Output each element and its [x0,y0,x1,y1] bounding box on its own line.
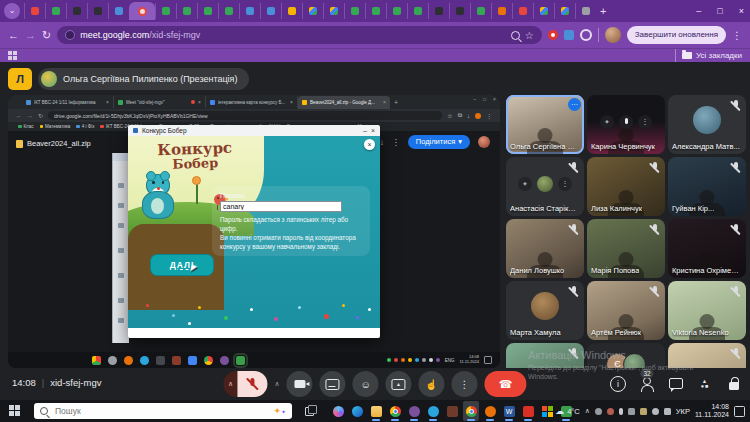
profile-avatar[interactable] [605,27,621,43]
pin-icon[interactable]: ⌖ [600,115,614,129]
browser-tab[interactable] [575,3,596,19]
more-options-button[interactable]: ⋮ [452,371,478,397]
mic-options-chevron[interactable]: ∧ [223,371,237,397]
browser-tab[interactable] [470,3,491,19]
browser-tab[interactable] [386,3,407,19]
screen-share-tile[interactable]: ІКТ ВБС-24 1/11 Інформатика× Meet "xid-s… [8,95,500,368]
browser-tab[interactable] [407,3,428,19]
browser-tab[interactable] [66,3,87,19]
back-button[interactable]: ← [8,29,19,41]
address-bar[interactable]: meet.google.com/xid-sfej-mgv ☆ [57,26,542,44]
mic-icon[interactable] [619,115,633,129]
minimize-button[interactable]: – [696,6,701,16]
tray-mic-icon[interactable] [619,408,623,415]
browser-tab[interactable] [45,3,66,19]
mic-mute-button[interactable] [237,371,267,397]
chat-button[interactable] [668,376,684,392]
participant-tile[interactable]: ⌖⋮ Карина Червинчук [587,95,665,154]
participant-tile[interactable]: Viktoria Nesenko [668,281,746,340]
host-controls-button[interactable] [726,376,742,392]
taskbar-app-viber[interactable] [406,401,422,421]
people-button[interactable]: 32 [639,376,655,392]
participant-tile[interactable]: Данил Ловушко [506,219,584,278]
activities-button[interactable]: ▲●■ [697,376,713,392]
apps-grid-icon[interactable] [8,51,17,60]
zoom-icon[interactable] [511,31,520,40]
participant-tile[interactable]: Гуйван Кір... [668,157,746,216]
browser-tab[interactable] [108,3,129,19]
extension-overlay-badge[interactable]: Л [8,68,32,90]
taskbar-app-edge[interactable] [349,401,365,421]
participant-tile[interactable]: Кристина Охрімен... [668,219,746,278]
taskbar-app-chrome[interactable] [387,401,403,421]
participant-tile[interactable]: ⋯ Ольга Сергіївна П... [506,95,584,154]
participant-tile[interactable]: Александра Матв... [668,95,746,154]
weather-widget[interactable]: ☁4°C [555,406,580,416]
taskbar-app-opera[interactable] [482,401,498,421]
browser-tab[interactable] [344,3,365,19]
browser-tab-active[interactable] [129,2,155,20]
present-button[interactable]: ▲ [386,371,412,397]
browser-tab[interactable] [239,3,260,19]
browser-tab[interactable] [554,3,575,19]
participant-tile[interactable]: Артём Рейнюк [587,281,665,340]
taskbar-app[interactable] [520,401,536,421]
pin-icon[interactable]: ⌖ [518,177,532,191]
browser-tab[interactable] [24,3,45,19]
extensions-icon[interactable] [580,29,592,41]
browser-menu-icon[interactable]: ⋮ [732,30,742,41]
taskbar-app-word[interactable]: W [501,401,517,421]
browser-tab[interactable] [323,3,344,19]
overflow-tile[interactable]: Є Ще 17 осіб [587,343,665,368]
tile-menu-icon[interactable]: ⋮ [638,115,652,129]
tab-search-icon[interactable]: ⌄ [4,3,20,19]
browser-tab[interactable] [512,3,533,19]
tray-folder-icon[interactable] [640,408,647,415]
bookmark-star-icon[interactable]: ☆ [525,30,534,41]
forward-button[interactable]: → [25,29,36,41]
taskbar-search[interactable]: ✦✦ [34,403,292,419]
browser-tab[interactable] [365,3,386,19]
tray-volume-icon[interactable] [664,408,671,415]
camera-options-chevron[interactable]: ∧ [274,380,279,388]
close-button[interactable]: × [739,6,744,16]
captions-button[interactable] [320,371,346,397]
recorder-extension-icon[interactable] [548,30,558,40]
browser-tab[interactable] [260,3,281,19]
taskbar-app-telegram[interactable] [425,401,441,421]
tile-menu-icon[interactable]: ⋮ [558,177,572,191]
browser-tab[interactable] [87,3,108,19]
browser-tab[interactable] [176,3,197,19]
taskbar-app-chrome-active[interactable] [463,401,479,421]
search-input[interactable] [53,405,268,417]
browser-tab[interactable] [491,3,512,19]
meeting-details-button[interactable]: i [610,376,626,392]
browser-tab[interactable] [533,3,554,19]
browser-tab[interactable] [218,3,239,19]
reactions-button[interactable]: ☺ [353,371,379,397]
taskbar-app-store[interactable] [539,401,555,421]
tray-display-icon[interactable] [628,408,635,415]
taskbar-clock[interactable]: 14:0811.11.2024 [695,403,729,420]
tray-icon[interactable] [607,408,614,415]
participant-tile[interactable]: Валерія Вікторівна... [668,343,746,368]
reload-button[interactable]: ↻ [42,29,51,42]
extension-icon[interactable] [564,30,574,40]
browser-tab[interactable] [197,3,218,19]
tray-icon[interactable] [595,408,602,415]
maximize-button[interactable]: □ [717,6,722,16]
update-browser-button[interactable]: Завершити оновлення [627,26,726,44]
start-button[interactable] [9,405,20,416]
tray-expand-chevron[interactable]: ∧ [585,407,590,415]
site-info-icon[interactable] [65,30,75,40]
participant-tile[interactable]: Лиза Калинчук [587,157,665,216]
taskbar-app-copilot[interactable] [330,401,346,421]
all-bookmarks-button[interactable]: Усі закладки [696,51,742,60]
language-indicator[interactable]: УКР [676,407,690,416]
end-call-button[interactable]: ☎ [485,371,527,397]
browser-tab[interactable] [428,3,449,19]
browser-tab[interactable] [281,3,302,19]
participant-tile[interactable]: Марія Попова [587,219,665,278]
browser-tab[interactable] [449,3,470,19]
browser-tab[interactable] [155,3,176,19]
